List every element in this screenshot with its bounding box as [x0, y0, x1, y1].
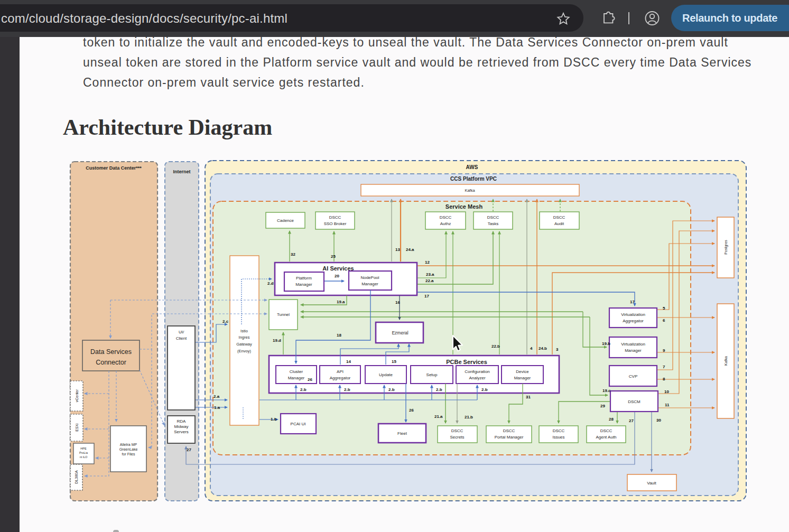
svg-text:ProLia: ProLia — [79, 451, 88, 454]
svg-text:Virtualization: Virtualization — [621, 312, 645, 317]
svg-text:2.b: 2.b — [481, 387, 488, 392]
svg-text:GreenLake: GreenLake — [119, 447, 138, 451]
svg-text:2.c: 2.c — [222, 319, 229, 324]
svg-text:Aggregator: Aggregator — [623, 319, 644, 323]
svg-text:NodePool: NodePool — [360, 275, 379, 280]
svg-text:CVP: CVP — [629, 374, 637, 379]
svg-text:1.b: 1.b — [271, 417, 277, 422]
svg-text:Device: Device — [516, 369, 529, 374]
svg-text:Aggregator: Aggregator — [330, 376, 351, 380]
svg-text:Ingres: Ingres — [239, 335, 250, 340]
svg-text:DSCC: DSCC — [553, 428, 565, 433]
svg-text:10: 10 — [664, 389, 669, 394]
svg-text:11: 11 — [665, 403, 670, 407]
svg-text:CCS Platform VPC: CCS Platform VPC — [450, 176, 497, 182]
svg-text:Midway: Midway — [174, 424, 188, 429]
svg-text:Kafka: Kafka — [724, 356, 728, 366]
svg-text:22.a: 22.a — [425, 278, 434, 283]
svg-text:Customer Data Center***: Customer Data Center*** — [86, 165, 142, 171]
svg-text:Cluster: Cluster — [290, 369, 303, 374]
svg-text:SSO Broker: SSO Broker — [324, 221, 347, 226]
svg-text:AWS: AWS — [466, 164, 478, 170]
svg-text:DL380A: DL380A — [75, 470, 78, 484]
svg-text:DSCC: DSCC — [553, 215, 565, 220]
svg-text:21.b: 21.b — [465, 415, 473, 419]
svg-text:27: 27 — [629, 418, 634, 423]
svg-text:Service Mesh: Service Mesh — [445, 203, 483, 210]
svg-text:5: 5 — [663, 306, 665, 311]
svg-text:UI/: UI/ — [179, 330, 184, 334]
svg-text:2.a: 2.a — [214, 394, 220, 399]
svg-text:25: 25 — [331, 254, 336, 259]
svg-text:26: 26 — [409, 408, 414, 413]
svg-text:Gateway: Gateway — [236, 342, 252, 347]
svg-text:Manager: Manager — [288, 376, 305, 380]
svg-text:Alletra MP: Alletra MP — [120, 443, 137, 446]
svg-text:for Files: for Files — [122, 452, 135, 456]
svg-text:API: API — [337, 369, 344, 374]
svg-text:19.d: 19.d — [273, 338, 281, 343]
svg-text:DSCC: DSCC — [503, 428, 515, 433]
svg-text:14: 14 — [346, 359, 351, 364]
svg-text:PCAI UI: PCAI UI — [291, 422, 306, 426]
svg-text:2.d: 2.d — [267, 281, 274, 286]
svg-text:(Envoy): (Envoy) — [237, 349, 251, 353]
svg-text:Cadence: Cadence — [277, 218, 294, 223]
svg-text:26: 26 — [308, 377, 312, 382]
svg-text:7: 7 — [663, 365, 665, 369]
svg-text:Manager: Manager — [361, 282, 378, 286]
svg-text:Postgres: Postgres — [724, 240, 728, 255]
svg-text:Servers: Servers — [174, 430, 189, 434]
svg-text:Configuration: Configuration — [465, 369, 490, 374]
svg-text:Virtualization: Virtualization — [621, 342, 645, 347]
svg-text:16: 16 — [395, 300, 400, 305]
svg-text:Connector: Connector — [96, 359, 126, 366]
svg-text:20: 20 — [335, 274, 339, 278]
svg-text:Manager: Manager — [625, 348, 642, 353]
svg-text:DSCC: DSCC — [440, 215, 452, 220]
svg-text:24.a: 24.a — [406, 247, 414, 252]
svg-text:RDA: RDA — [177, 419, 187, 424]
svg-text:4: 4 — [530, 346, 533, 351]
svg-text:22.b: 22.b — [491, 344, 500, 349]
svg-text:Tasks: Tasks — [488, 221, 498, 226]
svg-text:DSCM: DSCM — [628, 399, 641, 404]
svg-text:Authz: Authz — [440, 221, 451, 226]
svg-text:Fleet: Fleet — [397, 431, 407, 436]
svg-text:2.b: 2.b — [388, 387, 395, 392]
svg-text:Setup: Setup — [426, 372, 438, 377]
svg-text:Kafka: Kafka — [465, 188, 475, 193]
svg-text:30: 30 — [656, 418, 661, 423]
svg-text:19.c: 19.c — [602, 388, 611, 393]
svg-text:32: 32 — [291, 252, 295, 257]
svg-text:23.a: 23.a — [426, 272, 434, 277]
svg-text:Manager: Manager — [514, 376, 531, 380]
svg-text:1.a: 1.a — [214, 405, 220, 410]
svg-text:DSCC: DSCC — [600, 428, 612, 433]
svg-text:Platform: Platform — [296, 276, 312, 281]
svg-text:Analyzer: Analyzer — [469, 376, 485, 380]
svg-text:15: 15 — [392, 359, 396, 364]
svg-text:Portal Manager: Portal Manager — [495, 435, 524, 440]
svg-text:Tunnel: Tunnel — [277, 312, 290, 317]
svg-text:Secrets: Secrets — [450, 435, 464, 440]
svg-text:21.a: 21.a — [434, 414, 443, 419]
svg-text:DSCC: DSCC — [451, 428, 463, 433]
svg-text:13: 13 — [395, 247, 400, 252]
svg-text:29: 29 — [600, 404, 605, 408]
svg-text:18: 18 — [337, 333, 341, 338]
svg-text:19.b: 19.b — [602, 341, 610, 346]
svg-text:Audit: Audit — [554, 221, 564, 226]
svg-text:DSCC: DSCC — [487, 215, 499, 220]
svg-text:Issues: Issues — [552, 435, 564, 440]
svg-text:DSCC: DSCC — [329, 215, 341, 220]
svg-text:HPE: HPE — [80, 447, 87, 450]
svg-text:2.b: 2.b — [344, 387, 350, 392]
svg-text:nt iLO: nt iLO — [80, 455, 88, 459]
svg-text:31: 31 — [526, 395, 531, 399]
svg-text:27: 27 — [187, 447, 191, 452]
svg-text:24.b: 24.b — [539, 346, 547, 351]
svg-text:PCBe Services: PCBe Services — [446, 359, 487, 365]
svg-text:Ezmeral: Ezmeral — [392, 330, 408, 335]
svg-text:6: 6 — [663, 318, 665, 323]
